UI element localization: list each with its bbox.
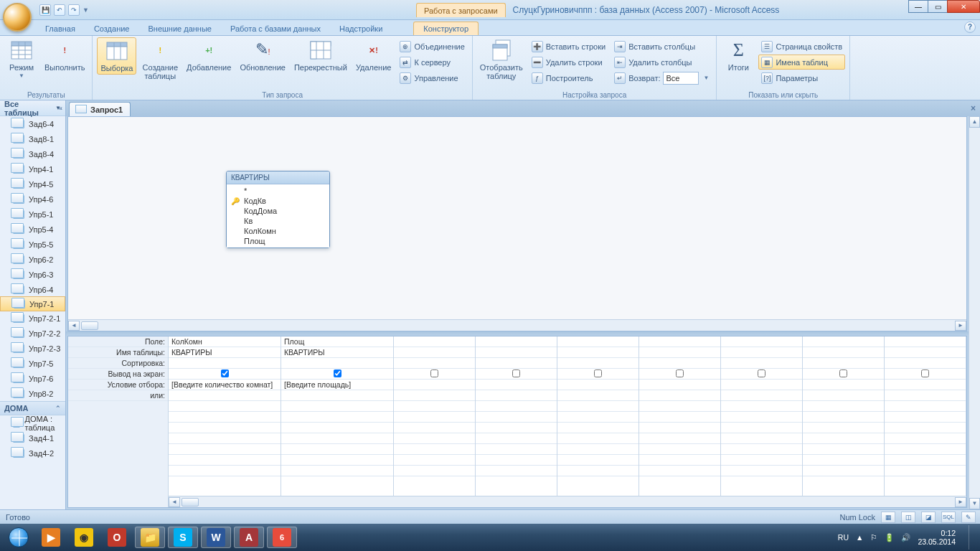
show-table-button[interactable]: Отобразить таблицу xyxy=(477,37,526,82)
nav-header[interactable]: Все таблицы ▼ « xyxy=(0,100,65,116)
taskbar-media-player[interactable]: ▶ xyxy=(36,527,66,548)
nav-item[interactable]: Упр7-6 xyxy=(0,371,65,386)
nav-item[interactable]: Упр7-5 xyxy=(0,356,65,371)
grid-cell[interactable] xyxy=(557,380,639,390)
table-field[interactable]: Площ xyxy=(227,236,329,246)
nav-item[interactable]: Упр5-5 xyxy=(0,237,65,252)
taskbar-aimp[interactable]: ◉ xyxy=(69,527,99,548)
return-button[interactable]: ↵Возврат: Все▼ xyxy=(611,70,712,85)
tray-volume-icon[interactable]: 🔊 xyxy=(901,533,910,542)
select-query-button[interactable]: Выборка xyxy=(97,37,136,75)
grid-cell[interactable] xyxy=(394,336,475,347)
tray-up-icon[interactable]: ▲ xyxy=(856,533,863,542)
grid-cell[interactable] xyxy=(557,336,639,347)
grid-cell[interactable] xyxy=(721,358,802,369)
grid-cell[interactable] xyxy=(803,444,884,455)
grid-cell[interactable] xyxy=(281,401,393,412)
grid-cell[interactable] xyxy=(721,390,802,401)
table-field[interactable]: КодДома xyxy=(227,206,329,216)
view-chart-icon[interactable]: ◪ xyxy=(921,512,936,523)
append-button[interactable]: +! Добавление xyxy=(184,37,234,73)
table-kvartiry[interactable]: КВАРТИРЫ *🔑КодКвКодДомаКвКолКомнПлощ xyxy=(226,171,330,248)
grid-cell[interactable] xyxy=(557,455,639,466)
scroll-thumb[interactable] xyxy=(182,498,199,507)
table-field[interactable]: Кв xyxy=(227,216,329,226)
grid-cell[interactable] xyxy=(557,347,639,358)
tray-battery-icon[interactable]: 🔋 xyxy=(885,533,894,542)
make-table-button[interactable]: ! Создание таблицы xyxy=(139,37,181,82)
show-checkbox[interactable] xyxy=(758,369,765,377)
grid-cell[interactable] xyxy=(721,433,802,444)
save-icon[interactable]: 💾 xyxy=(39,4,51,16)
show-checkbox[interactable] xyxy=(594,369,602,377)
grid-cell[interactable] xyxy=(721,412,802,423)
nav-item[interactable]: Упр6-2 xyxy=(0,252,65,267)
doc-vscroll[interactable]: ▲ ▼ xyxy=(969,116,980,509)
grid-cell[interactable] xyxy=(639,347,720,358)
grid-cell[interactable] xyxy=(557,401,639,412)
grid-cell[interactable] xyxy=(394,347,475,358)
grid-cell[interactable] xyxy=(281,358,393,369)
show-checkbox[interactable] xyxy=(512,369,520,377)
close-button[interactable]: ✕ xyxy=(947,0,980,13)
grid-cell[interactable] xyxy=(476,412,557,423)
grid-cell[interactable] xyxy=(394,390,475,401)
nav-item[interactable]: Зад4-1 xyxy=(0,430,65,446)
grid-cell[interactable] xyxy=(476,423,557,433)
maximize-button[interactable]: ▭ xyxy=(928,0,948,13)
grid-cell[interactable] xyxy=(803,433,884,444)
taskbar-access[interactable]: A xyxy=(234,527,264,548)
grid-cell[interactable] xyxy=(169,401,281,412)
grid-cell[interactable] xyxy=(639,444,720,455)
totals-button[interactable]: Σ Итоги xyxy=(721,37,755,73)
show-checkbox[interactable] xyxy=(839,369,847,377)
doc-tab-query[interactable]: Запрос1 xyxy=(69,102,131,116)
minimize-button[interactable]: — xyxy=(908,0,928,13)
parameters-button[interactable]: [?]Параметры xyxy=(758,70,845,85)
grid-cell[interactable] xyxy=(281,412,393,423)
grid-cell[interactable] xyxy=(557,423,639,433)
tab-home[interactable]: Главная xyxy=(36,22,85,35)
view-button[interactable]: Режим ▼ xyxy=(4,37,39,82)
collapse-icon[interactable]: ⌃ xyxy=(55,405,61,412)
grid-cell[interactable] xyxy=(721,401,802,412)
taskbar-opera[interactable]: O xyxy=(102,527,132,548)
tab-design[interactable]: Конструктор xyxy=(413,22,479,35)
grid-cell[interactable] xyxy=(639,455,720,466)
grid-cell[interactable] xyxy=(721,336,802,347)
qat-dropdown-icon[interactable]: ▼ xyxy=(83,6,89,14)
grid-cell[interactable] xyxy=(885,412,966,423)
nav-item[interactable]: Зад8-4 xyxy=(0,146,65,161)
redo-icon[interactable]: ↷ xyxy=(68,4,80,16)
grid-cell[interactable] xyxy=(885,347,966,358)
view-sql-icon[interactable]: SQL xyxy=(941,512,956,523)
tab-addins[interactable]: Надстройки xyxy=(330,22,392,35)
show-checkbox[interactable] xyxy=(676,369,684,377)
nav-item[interactable]: Зад6-4 xyxy=(0,116,65,131)
grid-cell[interactable] xyxy=(803,336,884,347)
grid-cell[interactable] xyxy=(803,412,884,423)
grid-cell[interactable] xyxy=(639,433,720,444)
grid-cell[interactable] xyxy=(476,358,557,369)
grid-cell[interactable] xyxy=(803,466,884,476)
grid-cell[interactable] xyxy=(476,347,557,358)
nav-item[interactable]: Упр4-1 xyxy=(0,161,65,176)
grid-cell[interactable] xyxy=(476,444,557,455)
grid-cell[interactable] xyxy=(639,466,720,476)
tray-flag-icon[interactable]: ⚐ xyxy=(870,533,877,542)
grid-cell[interactable] xyxy=(394,401,475,412)
nav-item[interactable]: Упр6-3 xyxy=(0,267,65,282)
taskbar-word[interactable]: W xyxy=(201,527,231,548)
delete-query-button[interactable]: ✕! Удаление xyxy=(353,37,395,73)
nav-item[interactable]: Упр8-2 xyxy=(0,386,65,401)
nav-item[interactable]: Упр7-2-1 xyxy=(0,311,65,326)
scroll-thumb[interactable] xyxy=(81,321,98,330)
grid-cell[interactable]: Площ xyxy=(281,336,393,347)
dropdown-icon[interactable]: ▼ xyxy=(703,75,709,81)
query-design-diagram[interactable]: КВАРТИРЫ *🔑КодКвКодДомаКвКолКомнПлощ ◄ ► xyxy=(67,116,967,331)
grid-cell[interactable] xyxy=(557,466,639,476)
run-button[interactable]: ! Выполнить xyxy=(42,37,88,73)
grid-cell[interactable] xyxy=(885,433,966,444)
grid-cell[interactable] xyxy=(803,380,884,390)
grid-cell[interactable] xyxy=(394,423,475,433)
